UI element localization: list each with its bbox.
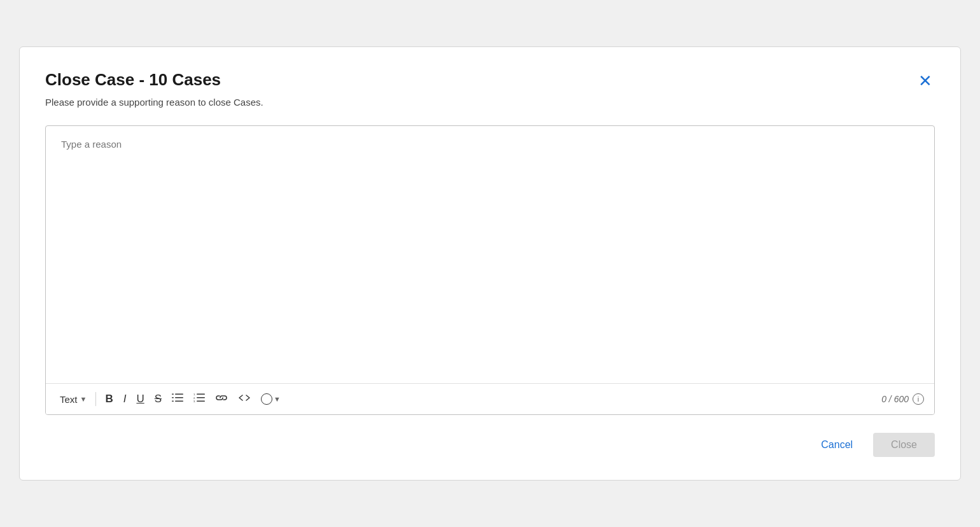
- svg-rect-5: [175, 401, 183, 402]
- unordered-list-button[interactable]: [168, 390, 187, 408]
- svg-rect-1: [172, 397, 174, 398]
- svg-rect-10: [197, 397, 205, 398]
- svg-text:2.: 2.: [193, 397, 195, 400]
- reason-textarea[interactable]: [61, 139, 919, 368]
- text-format-label: Text: [60, 394, 78, 405]
- strikethrough-icon: S: [155, 393, 162, 405]
- char-count-info-icon[interactable]: i: [913, 393, 924, 405]
- more-options-chevron-icon: ▼: [274, 395, 281, 403]
- char-count-area: 0 / 600 i: [881, 393, 924, 405]
- text-format-chevron-icon: ▼: [80, 395, 87, 403]
- svg-rect-2: [172, 401, 174, 402]
- ordered-list-icon: 1. 2. 3.: [193, 393, 205, 405]
- svg-rect-11: [197, 401, 205, 402]
- dialog-subtitle: Please provide a supporting reason to cl…: [45, 97, 935, 108]
- dialog-header: Close Case - 10 Cases ✕: [45, 70, 935, 92]
- italic-icon: I: [123, 393, 127, 405]
- toolbar-formatting-group: B I U S: [101, 390, 284, 408]
- editor-container: Text ▼ B I U S: [45, 125, 935, 415]
- dialog-container: Close Case - 10 Cases ✕ Please provide a…: [19, 46, 961, 481]
- bold-button[interactable]: B: [101, 390, 116, 408]
- more-options-circle-icon: [261, 393, 272, 405]
- link-icon: [215, 393, 228, 405]
- svg-text:1.: 1.: [193, 393, 195, 396]
- ordered-list-button[interactable]: 1. 2. 3.: [190, 390, 209, 408]
- code-icon: [238, 393, 251, 405]
- italic-button[interactable]: I: [120, 390, 130, 408]
- svg-rect-3: [175, 394, 183, 395]
- dialog-title: Close Case - 10 Cases: [45, 70, 221, 90]
- text-format-button[interactable]: Text ▼: [56, 391, 90, 407]
- more-options-button[interactable]: ▼: [257, 391, 284, 407]
- svg-rect-9: [197, 394, 205, 395]
- close-x-button[interactable]: ✕: [916, 70, 935, 92]
- char-count: 0 / 600: [881, 394, 909, 404]
- toolbar-divider-1: [95, 392, 96, 406]
- svg-rect-0: [172, 394, 174, 395]
- unordered-list-icon: [172, 393, 183, 405]
- strikethrough-button[interactable]: S: [151, 390, 165, 408]
- underline-button[interactable]: U: [132, 390, 148, 408]
- svg-rect-4: [175, 397, 183, 398]
- svg-text:3.: 3.: [193, 400, 195, 403]
- dialog-footer: Cancel Close: [45, 433, 935, 457]
- editor-content-area[interactable]: [46, 126, 934, 383]
- bold-icon: B: [105, 393, 113, 405]
- underline-icon: U: [136, 393, 144, 405]
- close-case-button[interactable]: Close: [873, 433, 935, 457]
- cancel-button[interactable]: Cancel: [811, 433, 863, 457]
- close-x-icon: ✕: [918, 73, 932, 89]
- editor-toolbar: Text ▼ B I U S: [46, 383, 934, 414]
- code-button[interactable]: [234, 391, 255, 407]
- link-button[interactable]: [211, 391, 232, 407]
- dialog-overlay: Close Case - 10 Cases ✕ Please provide a…: [0, 0, 980, 527]
